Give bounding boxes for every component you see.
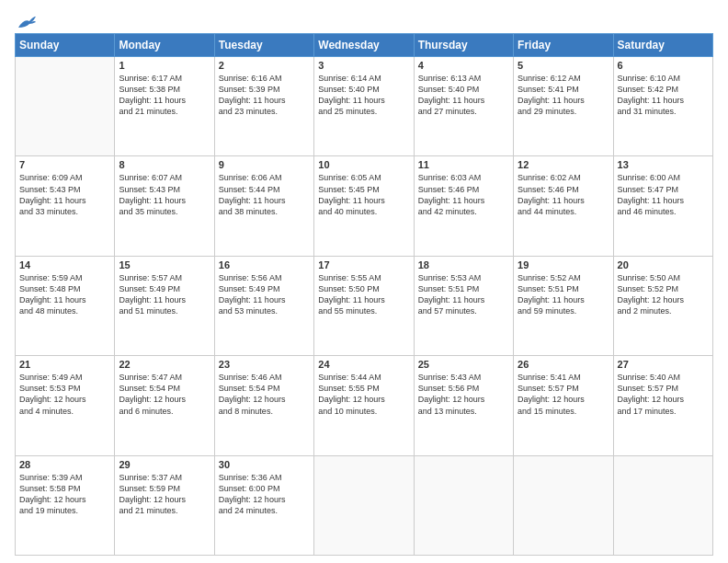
header [15, 11, 713, 28]
col-header-friday: Friday [514, 34, 613, 57]
calendar-cell [414, 455, 513, 555]
day-number: 10 [318, 159, 409, 170]
col-header-saturday: Saturday [613, 34, 712, 57]
cell-info: Sunrise: 5:52 AM Sunset: 5:51 PM Dayligh… [518, 272, 609, 317]
cell-info: Sunrise: 5:37 AM Sunset: 5:59 PM Dayligh… [119, 472, 210, 517]
cell-info: Sunrise: 6:16 AM Sunset: 5:39 PM Dayligh… [219, 73, 310, 118]
cell-info: Sunrise: 6:09 AM Sunset: 5:43 PM Dayligh… [19, 172, 110, 217]
cell-info: Sunrise: 5:39 AM Sunset: 5:58 PM Dayligh… [19, 472, 110, 517]
cell-info: Sunrise: 5:46 AM Sunset: 5:54 PM Dayligh… [219, 372, 310, 417]
cell-info: Sunrise: 5:40 AM Sunset: 5:57 PM Dayligh… [618, 372, 709, 417]
day-number: 8 [119, 159, 210, 170]
day-number: 17 [318, 259, 409, 270]
day-number: 16 [219, 259, 310, 270]
cell-info: Sunrise: 5:44 AM Sunset: 5:55 PM Dayligh… [318, 372, 409, 417]
cell-info: Sunrise: 6:06 AM Sunset: 5:44 PM Dayligh… [219, 172, 310, 217]
calendar-cell: 18Sunrise: 5:53 AM Sunset: 5:51 PM Dayli… [414, 256, 513, 355]
cell-info: Sunrise: 5:43 AM Sunset: 5:56 PM Dayligh… [418, 372, 509, 417]
cell-info: Sunrise: 5:50 AM Sunset: 5:52 PM Dayligh… [618, 272, 709, 317]
calendar-cell: 10Sunrise: 6:05 AM Sunset: 5:45 PM Dayli… [314, 156, 414, 256]
day-number: 21 [19, 359, 110, 370]
calendar-cell: 16Sunrise: 5:56 AM Sunset: 5:49 PM Dayli… [214, 256, 313, 355]
week-row-0: 1Sunrise: 6:17 AM Sunset: 5:38 PM Daylig… [16, 57, 713, 156]
col-header-sunday: Sunday [16, 34, 115, 57]
day-number: 3 [318, 60, 409, 71]
day-number: 23 [219, 359, 310, 370]
day-number: 22 [119, 359, 210, 370]
cell-info: Sunrise: 5:36 AM Sunset: 6:00 PM Dayligh… [219, 472, 310, 517]
day-number: 29 [119, 459, 210, 470]
cell-info: Sunrise: 5:55 AM Sunset: 5:50 PM Dayligh… [318, 272, 409, 317]
calendar-cell: 8Sunrise: 6:07 AM Sunset: 5:43 PM Daylig… [115, 156, 214, 256]
calendar-cell: 24Sunrise: 5:44 AM Sunset: 5:55 PM Dayli… [314, 356, 414, 455]
day-number: 30 [219, 459, 310, 470]
cell-info: Sunrise: 5:53 AM Sunset: 5:51 PM Dayligh… [418, 272, 509, 317]
day-number: 14 [19, 259, 110, 270]
day-number: 12 [518, 159, 609, 170]
calendar-cell [613, 455, 712, 555]
calendar-cell [514, 455, 613, 555]
calendar-cell: 19Sunrise: 5:52 AM Sunset: 5:51 PM Dayli… [514, 256, 613, 355]
col-header-tuesday: Tuesday [214, 34, 313, 57]
col-header-monday: Monday [115, 34, 214, 57]
day-number: 6 [618, 60, 709, 71]
day-number: 5 [518, 60, 609, 71]
calendar-cell: 25Sunrise: 5:43 AM Sunset: 5:56 PM Dayli… [414, 356, 513, 455]
cell-info: Sunrise: 5:57 AM Sunset: 5:49 PM Dayligh… [119, 272, 210, 317]
week-row-3: 21Sunrise: 5:49 AM Sunset: 5:53 PM Dayli… [16, 356, 713, 455]
calendar-cell: 20Sunrise: 5:50 AM Sunset: 5:52 PM Dayli… [613, 256, 712, 355]
cell-info: Sunrise: 5:41 AM Sunset: 5:57 PM Dayligh… [518, 372, 609, 417]
day-number: 4 [418, 60, 509, 71]
day-number: 24 [318, 359, 409, 370]
week-row-4: 28Sunrise: 5:39 AM Sunset: 5:58 PM Dayli… [16, 455, 713, 555]
calendar-cell: 27Sunrise: 5:40 AM Sunset: 5:57 PM Dayli… [613, 356, 712, 455]
calendar-cell: 21Sunrise: 5:49 AM Sunset: 5:53 PM Dayli… [16, 356, 115, 455]
day-number: 7 [19, 159, 110, 170]
calendar-cell: 5Sunrise: 6:12 AM Sunset: 5:41 PM Daylig… [514, 57, 613, 156]
col-header-thursday: Thursday [414, 34, 513, 57]
cell-info: Sunrise: 6:12 AM Sunset: 5:41 PM Dayligh… [518, 73, 609, 118]
cell-info: Sunrise: 6:14 AM Sunset: 5:40 PM Dayligh… [318, 73, 409, 118]
day-number: 1 [119, 60, 210, 71]
cell-info: Sunrise: 6:02 AM Sunset: 5:46 PM Dayligh… [518, 172, 609, 217]
calendar-cell: 22Sunrise: 5:47 AM Sunset: 5:54 PM Dayli… [115, 356, 214, 455]
calendar-header-row: SundayMondayTuesdayWednesdayThursdayFrid… [16, 34, 713, 57]
day-number: 11 [418, 159, 509, 170]
day-number: 18 [418, 259, 509, 270]
calendar-cell: 14Sunrise: 5:59 AM Sunset: 5:48 PM Dayli… [16, 256, 115, 355]
calendar-cell: 2Sunrise: 6:16 AM Sunset: 5:39 PM Daylig… [214, 57, 313, 156]
day-number: 28 [19, 459, 110, 470]
calendar-cell: 7Sunrise: 6:09 AM Sunset: 5:43 PM Daylig… [16, 156, 115, 256]
cell-info: Sunrise: 6:17 AM Sunset: 5:38 PM Dayligh… [119, 73, 210, 118]
calendar-cell: 17Sunrise: 5:55 AM Sunset: 5:50 PM Dayli… [314, 256, 414, 355]
cell-info: Sunrise: 6:10 AM Sunset: 5:42 PM Dayligh… [618, 73, 709, 118]
calendar-cell: 12Sunrise: 6:02 AM Sunset: 5:46 PM Dayli… [514, 156, 613, 256]
day-number: 9 [219, 159, 310, 170]
calendar-cell: 15Sunrise: 5:57 AM Sunset: 5:49 PM Dayli… [115, 256, 214, 355]
logo-bird-icon [17, 15, 37, 31]
day-number: 27 [618, 359, 709, 370]
calendar-cell: 9Sunrise: 6:06 AM Sunset: 5:44 PM Daylig… [214, 156, 313, 256]
day-number: 25 [418, 359, 509, 370]
cell-info: Sunrise: 6:07 AM Sunset: 5:43 PM Dayligh… [119, 172, 210, 217]
calendar-cell: 4Sunrise: 6:13 AM Sunset: 5:40 PM Daylig… [414, 57, 513, 156]
cell-info: Sunrise: 5:56 AM Sunset: 5:49 PM Dayligh… [219, 272, 310, 317]
calendar-cell: 28Sunrise: 5:39 AM Sunset: 5:58 PM Dayli… [16, 455, 115, 555]
calendar-cell: 3Sunrise: 6:14 AM Sunset: 5:40 PM Daylig… [314, 57, 414, 156]
calendar-cell: 29Sunrise: 5:37 AM Sunset: 5:59 PM Dayli… [115, 455, 214, 555]
logo [15, 15, 37, 28]
calendar-cell: 6Sunrise: 6:10 AM Sunset: 5:42 PM Daylig… [613, 57, 712, 156]
day-number: 13 [618, 159, 709, 170]
calendar-cell [314, 455, 414, 555]
cell-info: Sunrise: 5:47 AM Sunset: 5:54 PM Dayligh… [119, 372, 210, 417]
calendar-cell: 1Sunrise: 6:17 AM Sunset: 5:38 PM Daylig… [115, 57, 214, 156]
day-number: 19 [518, 259, 609, 270]
cell-info: Sunrise: 6:03 AM Sunset: 5:46 PM Dayligh… [418, 172, 509, 217]
cell-info: Sunrise: 6:13 AM Sunset: 5:40 PM Dayligh… [418, 73, 509, 118]
page: SundayMondayTuesdayWednesdayThursdayFrid… [0, 0, 728, 563]
week-row-1: 7Sunrise: 6:09 AM Sunset: 5:43 PM Daylig… [16, 156, 713, 256]
calendar-cell: 11Sunrise: 6:03 AM Sunset: 5:46 PM Dayli… [414, 156, 513, 256]
day-number: 26 [518, 359, 609, 370]
col-header-wednesday: Wednesday [314, 34, 414, 57]
cell-info: Sunrise: 6:05 AM Sunset: 5:45 PM Dayligh… [318, 172, 409, 217]
